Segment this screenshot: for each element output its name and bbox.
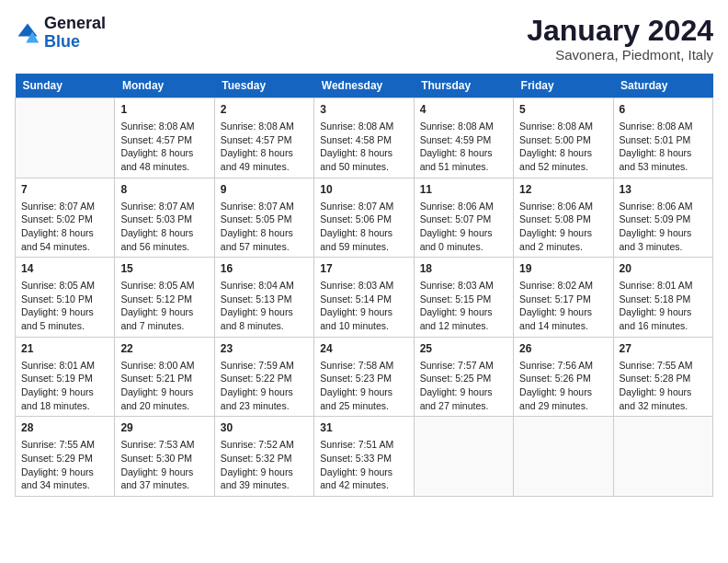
sunset-text: Sunset: 5:22 PM [221,372,308,385]
daylight-text: Daylight: 9 hours and 37 minutes. [120,465,208,492]
daylight-text: Daylight: 8 hours and 52 minutes. [519,146,607,173]
calendar-cell: 24Sunrise: 7:58 AMSunset: 5:23 PMDayligh… [314,337,414,417]
day-number: 10 [320,182,407,198]
sunset-text: Sunset: 5:09 PM [620,213,707,226]
day-number: 22 [120,341,208,357]
daylight-text: Daylight: 9 hours and 14 minutes. [519,305,607,332]
calendar-cell: 23Sunrise: 7:59 AMSunset: 5:22 PMDayligh… [214,337,313,417]
calendar-cell: 31Sunrise: 7:51 AMSunset: 5:33 PMDayligh… [314,417,414,497]
daylight-text: Daylight: 8 hours and 56 minutes. [120,226,208,253]
daylight-text: Daylight: 9 hours and 34 minutes. [21,465,108,492]
calendar-header: SundayMondayTuesdayWednesdayThursdayFrid… [16,74,713,98]
weekday-header-friday: Friday [514,74,613,98]
sunset-text: Sunset: 5:30 PM [120,452,208,465]
calendar-cell: 20Sunrise: 8:01 AMSunset: 5:18 PMDayligh… [613,258,712,338]
day-number: 23 [221,341,308,357]
sunset-text: Sunset: 5:03 PM [120,213,208,226]
sunrise-text: Sunrise: 7:56 AM [519,359,607,373]
daylight-text: Daylight: 9 hours and 16 minutes. [620,305,707,332]
sunset-text: Sunset: 5:08 PM [519,213,607,226]
sunrise-text: Sunrise: 8:08 AM [120,120,208,133]
sunset-text: Sunset: 5:01 PM [620,133,707,147]
calendar-cell: 16Sunrise: 8:04 AMSunset: 5:13 PMDayligh… [214,258,313,338]
day-number: 21 [21,341,108,357]
day-number: 31 [320,420,407,436]
calendar-cell: 4Sunrise: 8:08 AMSunset: 4:59 PMDaylight… [414,98,513,178]
sunset-text: Sunset: 5:18 PM [620,293,707,306]
sunset-text: Sunset: 5:23 PM [320,372,407,385]
daylight-text: Daylight: 9 hours and 2 minutes. [519,226,607,253]
calendar-cell: 25Sunrise: 7:57 AMSunset: 5:25 PMDayligh… [414,337,513,417]
logo-text: General Blue [44,15,106,52]
calendar-week-row: 21Sunrise: 8:01 AMSunset: 5:19 PMDayligh… [16,337,713,417]
sunset-text: Sunset: 5:14 PM [320,293,407,306]
calendar-cell: 26Sunrise: 7:56 AMSunset: 5:26 PMDayligh… [514,337,613,417]
weekday-row: SundayMondayTuesdayWednesdayThursdayFrid… [16,74,713,98]
calendar-cell: 14Sunrise: 8:05 AMSunset: 5:10 PMDayligh… [16,258,115,338]
calendar-cell: 29Sunrise: 7:53 AMSunset: 5:30 PMDayligh… [115,417,214,497]
calendar-cell: 18Sunrise: 8:03 AMSunset: 5:15 PMDayligh… [414,258,513,338]
logo-general: General [44,14,106,32]
day-number: 6 [620,102,707,118]
sunrise-text: Sunrise: 8:08 AM [221,120,308,133]
sunrise-text: Sunrise: 8:05 AM [120,279,208,293]
sunrise-text: Sunrise: 8:01 AM [620,279,707,293]
calendar-cell: 30Sunrise: 7:52 AMSunset: 5:32 PMDayligh… [214,417,313,497]
daylight-text: Daylight: 8 hours and 48 minutes. [120,146,208,173]
calendar-week-row: 7Sunrise: 8:07 AMSunset: 5:02 PMDaylight… [16,178,713,258]
sunrise-text: Sunrise: 8:06 AM [620,200,707,213]
sunrise-text: Sunrise: 8:07 AM [120,200,208,213]
day-number: 13 [620,182,707,198]
daylight-text: Daylight: 9 hours and 27 minutes. [420,385,507,412]
sunset-text: Sunset: 5:19 PM [21,372,108,385]
day-number: 11 [420,182,507,198]
calendar-cell: 27Sunrise: 7:55 AMSunset: 5:28 PMDayligh… [613,337,712,417]
daylight-text: Daylight: 9 hours and 3 minutes. [620,226,707,253]
day-number: 17 [320,261,407,277]
sunset-text: Sunset: 4:57 PM [120,133,208,147]
svg-marker-0 [18,23,38,36]
sunrise-text: Sunrise: 8:08 AM [519,120,607,133]
calendar-cell: 3Sunrise: 8:08 AMSunset: 4:58 PMDaylight… [314,98,414,178]
daylight-text: Daylight: 8 hours and 54 minutes. [21,226,108,253]
sunrise-text: Sunrise: 8:06 AM [420,200,507,213]
daylight-text: Daylight: 9 hours and 7 minutes. [120,305,208,332]
day-number: 25 [420,341,507,357]
calendar-cell [514,417,613,497]
sunrise-text: Sunrise: 8:07 AM [221,200,308,213]
sunrise-text: Sunrise: 8:01 AM [21,359,108,373]
calendar-cell: 17Sunrise: 8:03 AMSunset: 5:14 PMDayligh… [314,258,414,338]
sunset-text: Sunset: 5:17 PM [519,293,607,306]
daylight-text: Daylight: 8 hours and 59 minutes. [320,226,407,253]
sunset-text: Sunset: 5:13 PM [221,293,308,306]
calendar-week-row: 1Sunrise: 8:08 AMSunset: 4:57 PMDaylight… [16,98,713,178]
weekday-header-thursday: Thursday [414,74,513,98]
calendar-cell [414,417,513,497]
title-area: January 2024 Savonera, Piedmont, Italy [527,15,713,63]
sunrise-text: Sunrise: 8:08 AM [620,120,707,133]
day-number: 30 [221,420,308,436]
calendar-cell: 21Sunrise: 8:01 AMSunset: 5:19 PMDayligh… [16,337,115,417]
sunrise-text: Sunrise: 7:51 AM [320,438,407,452]
daylight-text: Daylight: 9 hours and 29 minutes. [519,385,607,412]
sunset-text: Sunset: 5:05 PM [221,213,308,226]
day-number: 4 [420,102,507,118]
day-number: 12 [519,182,607,198]
weekday-header-tuesday: Tuesday [214,74,313,98]
sunset-text: Sunset: 5:15 PM [420,293,507,306]
day-number: 26 [519,341,607,357]
calendar-cell: 12Sunrise: 8:06 AMSunset: 5:08 PMDayligh… [514,178,613,258]
daylight-text: Daylight: 9 hours and 32 minutes. [620,385,707,412]
sunset-text: Sunset: 5:25 PM [420,372,507,385]
daylight-text: Daylight: 8 hours and 53 minutes. [620,146,707,173]
daylight-text: Daylight: 9 hours and 42 minutes. [320,465,407,492]
sunrise-text: Sunrise: 7:55 AM [620,359,707,373]
sunrise-text: Sunrise: 8:00 AM [120,359,208,373]
calendar-cell: 7Sunrise: 8:07 AMSunset: 5:02 PMDaylight… [16,178,115,258]
sunrise-text: Sunrise: 7:57 AM [420,359,507,373]
weekday-header-wednesday: Wednesday [314,74,414,98]
daylight-text: Daylight: 8 hours and 57 minutes. [221,226,308,253]
sunset-text: Sunset: 5:32 PM [221,452,308,465]
daylight-text: Daylight: 9 hours and 18 minutes. [21,385,108,412]
day-number: 27 [620,341,707,357]
